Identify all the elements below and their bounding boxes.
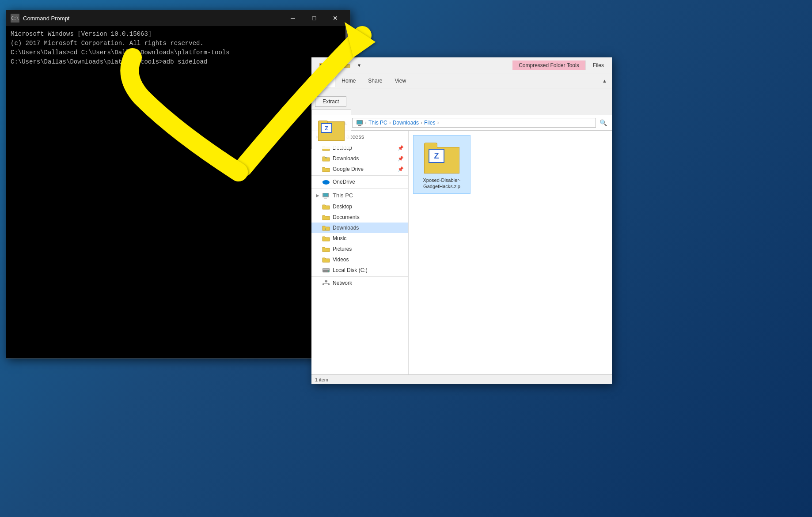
thispc-label: This PC <box>333 192 353 199</box>
downloads-label-quick: Downloads <box>333 155 359 162</box>
pc-icon <box>356 119 363 126</box>
cmd-app-icon: C:\ <box>11 14 19 23</box>
file-item-zip[interactable]: Z Xposed-Disabler-GadgetHacks.zip <box>413 135 471 194</box>
localdisk-label: Local Disk (C:) <box>333 267 368 273</box>
documents-icon <box>322 214 330 220</box>
nav-divider-3 <box>311 276 408 277</box>
svg-point-16 <box>328 271 330 272</box>
localdisk-icon <box>322 267 330 273</box>
explorer-window: ▾ Compressed Folder Tools Files File Hom… <box>311 57 612 384</box>
network-icon <box>322 280 330 286</box>
path-files[interactable]: Files <box>424 120 435 126</box>
nav-googledrive[interactable]: Google Drive 📌 <box>311 164 408 174</box>
downloads-folder-icon: ↓ <box>322 225 330 231</box>
cmd-window-controls: ─ □ ✕ <box>283 11 345 25</box>
pictures-icon <box>322 246 330 252</box>
nav-divider-1 <box>311 175 408 176</box>
googledrive-label: Google Drive <box>333 166 364 172</box>
svg-rect-11 <box>323 193 328 196</box>
cmd-maximize-button[interactable]: □ <box>304 11 324 25</box>
file-name-label: Xposed-Disabler-GadgetHacks.zip <box>417 177 467 190</box>
path-thispc[interactable]: This PC <box>368 120 387 126</box>
nav-onedrive[interactable]: OneDrive <box>311 177 408 187</box>
svg-rect-6 <box>357 121 362 124</box>
qat-pin-button[interactable] <box>317 60 327 70</box>
cmd-minimize-button[interactable]: ─ <box>283 11 303 25</box>
cmd-title: Command Prompt <box>23 15 283 22</box>
downloads-pin-icon: 📌 <box>398 156 404 162</box>
nav-downloads[interactable]: ↓ Downloads <box>311 223 408 233</box>
cmd-window: C:\ Command Prompt ─ □ ✕ Microsoft Windo… <box>6 10 350 359</box>
tab-view[interactable]: View <box>388 75 412 87</box>
nav-videos[interactable]: Videos <box>311 254 408 265</box>
floating-zip-preview: Z <box>311 109 351 149</box>
network-label: Network <box>333 280 352 286</box>
status-text: 1 item <box>315 377 328 382</box>
nav-thispc-desktop[interactable]: Desktop <box>311 201 408 212</box>
svg-rect-17 <box>325 280 327 282</box>
qat-checkbox-button[interactable] <box>329 60 340 70</box>
nav-documents[interactable]: Documents <box>311 212 408 223</box>
qat-folder-button[interactable] <box>341 60 352 70</box>
files-label: Files <box>587 60 610 70</box>
nav-pane: ▶ ★ Quick access Desktop 📌 Downloads 📌 <box>311 131 409 374</box>
tab-home[interactable]: Home <box>335 75 362 87</box>
ribbon-tab-bar: File Home Share View ▲ <box>311 73 612 88</box>
music-icon <box>322 235 330 242</box>
content-pane[interactable]: Z Xposed-Disabler-GadgetHacks.zip <box>409 131 612 374</box>
nav-music[interactable]: Music <box>311 233 408 244</box>
ribbon: ▾ Compressed Folder Tools Files File Hom… <box>311 57 612 115</box>
ribbon-toolbar: Extract <box>311 88 612 115</box>
status-bar: 1 item <box>311 374 612 384</box>
music-label: Music <box>333 235 346 242</box>
svg-rect-18 <box>323 283 324 285</box>
tab-file[interactable]: File <box>314 75 335 87</box>
compressed-folder-tools-tab[interactable]: Compressed Folder Tools <box>512 60 586 70</box>
floating-zip-icon: Z <box>318 118 345 141</box>
thispc-desktop-label: Desktop <box>333 204 352 210</box>
svg-rect-2 <box>320 64 322 66</box>
googledrive-folder-icon <box>322 166 330 172</box>
svg-rect-15 <box>323 268 329 270</box>
cmd-line4: C:\Users\Dallas>cd C:\Users\Dallas\Downl… <box>11 48 345 57</box>
cmd-scrollbar-thumb[interactable] <box>345 27 350 40</box>
search-button[interactable]: 🔍 <box>598 117 608 128</box>
nav-downloads-quick[interactable]: Downloads 📌 <box>311 153 408 164</box>
nav-thispc-header[interactable]: ▶ This PC <box>311 189 408 201</box>
googledrive-pin-icon: 📌 <box>398 166 404 172</box>
extract-button[interactable]: Extract <box>315 96 346 107</box>
nav-divider-2 <box>311 188 408 189</box>
cmd-line2: (c) 2017 Microsoft Corporation. All righ… <box>11 39 345 48</box>
tab-share[interactable]: Share <box>362 75 388 87</box>
desktop-pin-icon: 📌 <box>398 145 404 151</box>
nav-pictures[interactable]: Pictures <box>311 244 408 254</box>
ribbon-collapse-button[interactable]: ▲ <box>600 77 610 84</box>
quick-access-toolbar: ▾ <box>313 60 368 71</box>
cmd-line1: Microsoft Windows [Version 10.0.15063] <box>11 30 345 39</box>
qat-dropdown-button[interactable]: ▾ <box>354 60 364 70</box>
zip-file-icon: Z <box>424 139 459 174</box>
cmd-close-button[interactable]: ✕ <box>325 11 345 25</box>
onedrive-icon <box>322 179 330 185</box>
nav-network[interactable]: Network <box>311 278 408 288</box>
nav-localdisk[interactable]: Local Disk (C:) <box>311 265 408 275</box>
svg-rect-19 <box>328 283 330 285</box>
documents-label: Documents <box>333 214 360 220</box>
path-downloads[interactable]: Downloads <box>393 120 419 126</box>
svg-point-9 <box>323 181 326 183</box>
svg-text:↓: ↓ <box>324 227 326 231</box>
pictures-label: Pictures <box>333 246 352 252</box>
cmd-titlebar: C:\ Command Prompt ─ □ ✕ <box>6 10 350 26</box>
thispc-icon <box>322 192 330 199</box>
downloads2-label: Downloads <box>333 225 359 231</box>
svg-rect-12 <box>324 198 327 199</box>
cmd-line6: C:\Users\Dallas\Downloads\platform-tools… <box>11 57 345 67</box>
videos-icon <box>322 257 330 263</box>
downloads-folder-icon-quick <box>322 155 330 162</box>
thispc-desktop-icon <box>322 204 330 210</box>
cmd-body[interactable]: Microsoft Windows [Version 10.0.15063] (… <box>6 26 350 358</box>
address-bar: ◀ ▶ ▲ › This PC › Downloads › Files › 🔍 <box>311 115 612 131</box>
address-path[interactable]: › This PC › Downloads › Files › <box>352 118 596 128</box>
explorer-body: ▶ ★ Quick access Desktop 📌 Downloads 📌 <box>311 131 612 374</box>
onedrive-label: OneDrive <box>333 179 355 185</box>
